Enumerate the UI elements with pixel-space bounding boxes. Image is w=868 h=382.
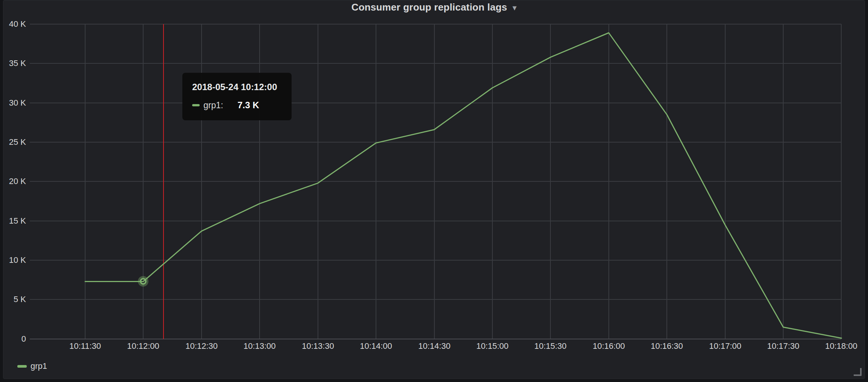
y-axis-tick-label: 15 K: [3, 216, 26, 226]
x-axis-tick-label: 10:16:00: [586, 341, 631, 351]
chevron-down-icon[interactable]: ▾: [512, 4, 517, 12]
legend-item-grp1[interactable]: grp1: [17, 361, 47, 371]
panel-title-bar[interactable]: Consumer group replication lags ▾: [3, 0, 865, 14]
x-axis-tick-label: 10:13:00: [237, 341, 282, 351]
x-axis-tick-label: 10:17:30: [761, 341, 806, 351]
y-axis-tick-label: 0: [3, 334, 26, 344]
y-axis-tick-label: 40 K: [3, 19, 26, 29]
tooltip-series-label: grp1:: [203, 100, 223, 110]
y-gridline: [30, 24, 841, 25]
x-axis-tick-label: 10:12:30: [179, 341, 224, 351]
y-gridline: [30, 221, 841, 221]
x-axis-tick-label: 10:14:00: [353, 341, 399, 351]
y-axis-tick-label: 10 K: [3, 255, 26, 265]
y-gridline: [30, 142, 841, 143]
x-axis-tick-label: 10:15:30: [528, 341, 573, 351]
y-axis-tick-label: 30 K: [3, 98, 26, 108]
y-gridline: [30, 260, 841, 261]
tooltip-series-row: grp1: 7.3 K: [192, 100, 282, 110]
x-axis-tick-label: 10:13:30: [295, 341, 341, 351]
graph-tooltip: 2018-05-24 10:12:00 grp1: 7.3 K: [182, 73, 292, 120]
y-axis-tick-label: 5 K: [3, 295, 26, 304]
legend-color-dash-icon: [17, 365, 27, 368]
y-gridline: [30, 339, 841, 339]
series-color-dash-icon: [192, 104, 200, 106]
x-axis-tick-label: 10:12:00: [121, 341, 166, 351]
tooltip-series-value: 7.3 K: [237, 100, 259, 110]
chart-plot-area[interactable]: 10:11:3010:12:0010:12:3010:13:0010:13:30…: [3, 0, 865, 379]
x-axis-tick-label: 10:11:30: [63, 341, 108, 351]
crosshair-line: [163, 24, 164, 339]
highlighted-point-marker: [140, 278, 147, 285]
tooltip-timestamp: 2018-05-24 10:12:00: [192, 82, 282, 92]
x-axis-tick-label: 10:17:00: [703, 341, 748, 351]
y-axis-tick-label: 25 K: [3, 137, 26, 147]
x-axis-tick-label: 10:16:30: [644, 341, 689, 351]
x-axis-tick-label: 10:14:30: [412, 341, 457, 351]
x-axis-tick-label: 10:15:00: [470, 341, 515, 351]
y-gridline: [30, 63, 841, 64]
y-gridline: [30, 299, 841, 300]
y-gridline: [30, 103, 841, 103]
y-gridline: [30, 181, 841, 182]
panel-resize-handle[interactable]: [854, 368, 862, 376]
legend-series-label[interactable]: grp1: [31, 361, 47, 371]
graph-panel: Consumer group replication lags ▾ 10:11:…: [3, 0, 865, 379]
x-axis-tick-label: 10:18:00: [819, 341, 864, 351]
y-axis-tick-label: 20 K: [3, 176, 26, 186]
panel-title[interactable]: Consumer group replication lags: [351, 2, 507, 13]
y-axis-tick-label: 35 K: [3, 58, 26, 68]
